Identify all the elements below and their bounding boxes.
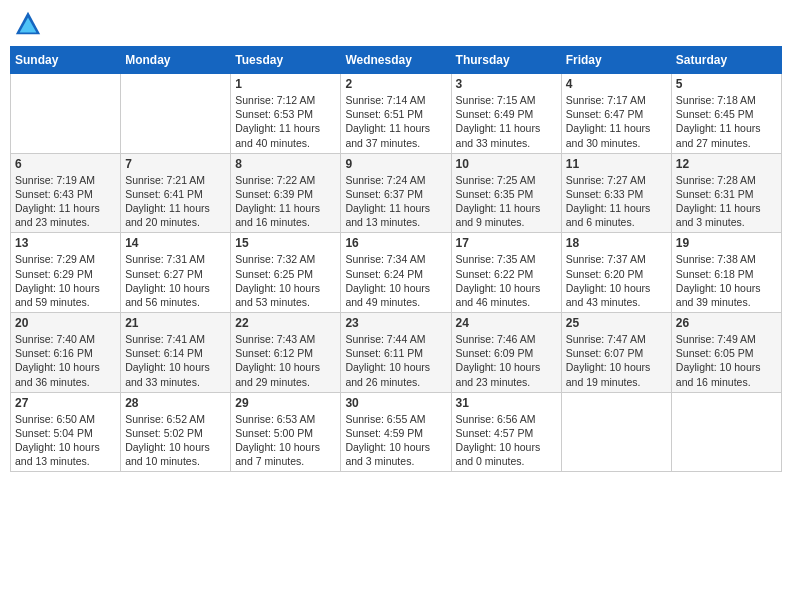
day-number: 1 [235, 77, 336, 91]
calendar-cell [671, 392, 781, 472]
day-info: Sunrise: 7:29 AM Sunset: 6:29 PM Dayligh… [15, 252, 116, 309]
calendar-cell [11, 74, 121, 154]
day-info: Sunrise: 7:17 AM Sunset: 6:47 PM Dayligh… [566, 93, 667, 150]
day-number: 14 [125, 236, 226, 250]
day-number: 28 [125, 396, 226, 410]
calendar-week-5: 27Sunrise: 6:50 AM Sunset: 5:04 PM Dayli… [11, 392, 782, 472]
day-info: Sunrise: 7:32 AM Sunset: 6:25 PM Dayligh… [235, 252, 336, 309]
day-number: 18 [566, 236, 667, 250]
calendar-cell: 18Sunrise: 7:37 AM Sunset: 6:20 PM Dayli… [561, 233, 671, 313]
day-number: 6 [15, 157, 116, 171]
calendar-cell [561, 392, 671, 472]
calendar-cell [121, 74, 231, 154]
calendar-cell: 3Sunrise: 7:15 AM Sunset: 6:49 PM Daylig… [451, 74, 561, 154]
day-info: Sunrise: 7:40 AM Sunset: 6:16 PM Dayligh… [15, 332, 116, 389]
day-number: 17 [456, 236, 557, 250]
day-number: 21 [125, 316, 226, 330]
day-info: Sunrise: 7:44 AM Sunset: 6:11 PM Dayligh… [345, 332, 446, 389]
day-info: Sunrise: 7:34 AM Sunset: 6:24 PM Dayligh… [345, 252, 446, 309]
dow-header-saturday: Saturday [671, 47, 781, 74]
day-number: 22 [235, 316, 336, 330]
day-info: Sunrise: 7:49 AM Sunset: 6:05 PM Dayligh… [676, 332, 777, 389]
day-info: Sunrise: 7:28 AM Sunset: 6:31 PM Dayligh… [676, 173, 777, 230]
calendar-cell: 8Sunrise: 7:22 AM Sunset: 6:39 PM Daylig… [231, 153, 341, 233]
day-info: Sunrise: 6:56 AM Sunset: 4:57 PM Dayligh… [456, 412, 557, 469]
day-number: 2 [345, 77, 446, 91]
day-info: Sunrise: 7:27 AM Sunset: 6:33 PM Dayligh… [566, 173, 667, 230]
day-info: Sunrise: 7:19 AM Sunset: 6:43 PM Dayligh… [15, 173, 116, 230]
calendar-cell: 30Sunrise: 6:55 AM Sunset: 4:59 PM Dayli… [341, 392, 451, 472]
calendar-cell: 12Sunrise: 7:28 AM Sunset: 6:31 PM Dayli… [671, 153, 781, 233]
calendar-cell: 4Sunrise: 7:17 AM Sunset: 6:47 PM Daylig… [561, 74, 671, 154]
calendar-cell: 20Sunrise: 7:40 AM Sunset: 6:16 PM Dayli… [11, 313, 121, 393]
calendar-cell: 14Sunrise: 7:31 AM Sunset: 6:27 PM Dayli… [121, 233, 231, 313]
day-info: Sunrise: 7:25 AM Sunset: 6:35 PM Dayligh… [456, 173, 557, 230]
day-info: Sunrise: 7:37 AM Sunset: 6:20 PM Dayligh… [566, 252, 667, 309]
day-number: 7 [125, 157, 226, 171]
calendar-cell: 7Sunrise: 7:21 AM Sunset: 6:41 PM Daylig… [121, 153, 231, 233]
dow-header-friday: Friday [561, 47, 671, 74]
calendar-cell: 10Sunrise: 7:25 AM Sunset: 6:35 PM Dayli… [451, 153, 561, 233]
calendar-header-row: SundayMondayTuesdayWednesdayThursdayFrid… [11, 47, 782, 74]
calendar-cell: 2Sunrise: 7:14 AM Sunset: 6:51 PM Daylig… [341, 74, 451, 154]
calendar-cell: 27Sunrise: 6:50 AM Sunset: 5:04 PM Dayli… [11, 392, 121, 472]
day-info: Sunrise: 6:52 AM Sunset: 5:02 PM Dayligh… [125, 412, 226, 469]
day-number: 23 [345, 316, 446, 330]
calendar-cell: 1Sunrise: 7:12 AM Sunset: 6:53 PM Daylig… [231, 74, 341, 154]
calendar-week-3: 13Sunrise: 7:29 AM Sunset: 6:29 PM Dayli… [11, 233, 782, 313]
day-info: Sunrise: 7:14 AM Sunset: 6:51 PM Dayligh… [345, 93, 446, 150]
calendar-table: SundayMondayTuesdayWednesdayThursdayFrid… [10, 46, 782, 472]
day-number: 15 [235, 236, 336, 250]
day-number: 19 [676, 236, 777, 250]
day-number: 11 [566, 157, 667, 171]
calendar-cell: 9Sunrise: 7:24 AM Sunset: 6:37 PM Daylig… [341, 153, 451, 233]
calendar-week-1: 1Sunrise: 7:12 AM Sunset: 6:53 PM Daylig… [11, 74, 782, 154]
calendar-cell: 16Sunrise: 7:34 AM Sunset: 6:24 PM Dayli… [341, 233, 451, 313]
calendar-cell: 22Sunrise: 7:43 AM Sunset: 6:12 PM Dayli… [231, 313, 341, 393]
dow-header-sunday: Sunday [11, 47, 121, 74]
day-number: 16 [345, 236, 446, 250]
logo [14, 10, 46, 38]
day-info: Sunrise: 7:47 AM Sunset: 6:07 PM Dayligh… [566, 332, 667, 389]
calendar-cell: 5Sunrise: 7:18 AM Sunset: 6:45 PM Daylig… [671, 74, 781, 154]
day-info: Sunrise: 7:43 AM Sunset: 6:12 PM Dayligh… [235, 332, 336, 389]
day-number: 27 [15, 396, 116, 410]
day-info: Sunrise: 7:22 AM Sunset: 6:39 PM Dayligh… [235, 173, 336, 230]
calendar-cell: 24Sunrise: 7:46 AM Sunset: 6:09 PM Dayli… [451, 313, 561, 393]
day-number: 8 [235, 157, 336, 171]
day-number: 10 [456, 157, 557, 171]
day-info: Sunrise: 7:41 AM Sunset: 6:14 PM Dayligh… [125, 332, 226, 389]
day-number: 5 [676, 77, 777, 91]
day-info: Sunrise: 7:24 AM Sunset: 6:37 PM Dayligh… [345, 173, 446, 230]
calendar-cell: 29Sunrise: 6:53 AM Sunset: 5:00 PM Dayli… [231, 392, 341, 472]
day-number: 24 [456, 316, 557, 330]
day-number: 30 [345, 396, 446, 410]
calendar-week-4: 20Sunrise: 7:40 AM Sunset: 6:16 PM Dayli… [11, 313, 782, 393]
calendar-cell: 23Sunrise: 7:44 AM Sunset: 6:11 PM Dayli… [341, 313, 451, 393]
day-number: 29 [235, 396, 336, 410]
calendar-cell: 17Sunrise: 7:35 AM Sunset: 6:22 PM Dayli… [451, 233, 561, 313]
day-number: 9 [345, 157, 446, 171]
logo-icon [14, 10, 42, 38]
day-info: Sunrise: 6:53 AM Sunset: 5:00 PM Dayligh… [235, 412, 336, 469]
day-number: 12 [676, 157, 777, 171]
calendar-cell: 6Sunrise: 7:19 AM Sunset: 6:43 PM Daylig… [11, 153, 121, 233]
day-info: Sunrise: 7:31 AM Sunset: 6:27 PM Dayligh… [125, 252, 226, 309]
day-info: Sunrise: 7:21 AM Sunset: 6:41 PM Dayligh… [125, 173, 226, 230]
day-number: 31 [456, 396, 557, 410]
calendar-week-2: 6Sunrise: 7:19 AM Sunset: 6:43 PM Daylig… [11, 153, 782, 233]
day-info: Sunrise: 7:38 AM Sunset: 6:18 PM Dayligh… [676, 252, 777, 309]
day-number: 13 [15, 236, 116, 250]
dow-header-monday: Monday [121, 47, 231, 74]
day-info: Sunrise: 7:46 AM Sunset: 6:09 PM Dayligh… [456, 332, 557, 389]
calendar-cell: 19Sunrise: 7:38 AM Sunset: 6:18 PM Dayli… [671, 233, 781, 313]
calendar-header [10, 10, 782, 38]
day-info: Sunrise: 7:18 AM Sunset: 6:45 PM Dayligh… [676, 93, 777, 150]
day-number: 20 [15, 316, 116, 330]
day-number: 26 [676, 316, 777, 330]
day-number: 3 [456, 77, 557, 91]
calendar-cell: 21Sunrise: 7:41 AM Sunset: 6:14 PM Dayli… [121, 313, 231, 393]
day-number: 4 [566, 77, 667, 91]
day-info: Sunrise: 7:12 AM Sunset: 6:53 PM Dayligh… [235, 93, 336, 150]
dow-header-thursday: Thursday [451, 47, 561, 74]
